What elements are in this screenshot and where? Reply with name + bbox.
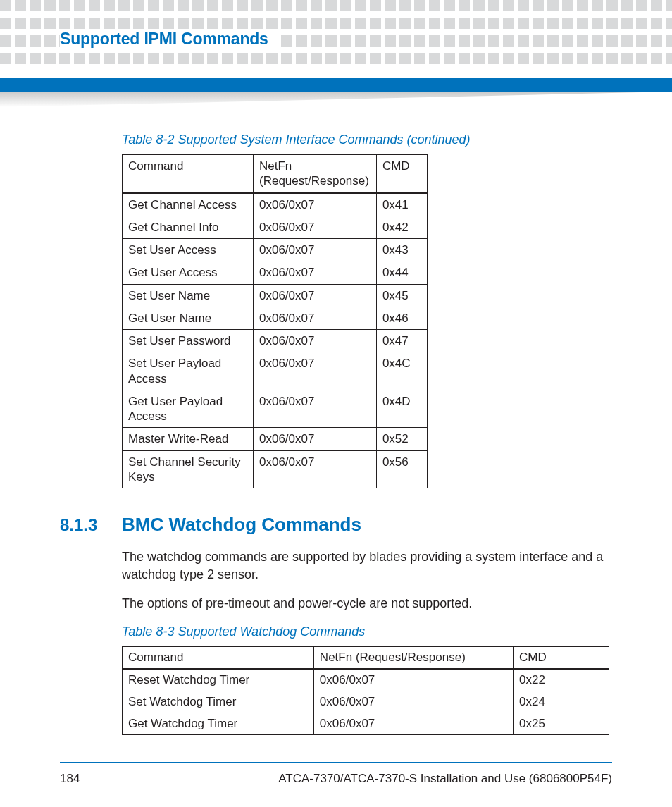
col-command: Command: [123, 155, 254, 193]
table-cell: 0x06/0x07: [254, 428, 377, 450]
table-cell: 0x43: [376, 239, 427, 261]
header-wedge: [0, 92, 672, 107]
table-cell: 0x06/0x07: [313, 691, 513, 713]
table-cell: 0x06/0x07: [254, 261, 377, 284]
document-title: ATCA-7370/ATCA-7370-S Installation and U…: [278, 772, 612, 786]
table-cell: Reset Watchdog Timer: [123, 669, 314, 691]
table-cell: Set User Name: [123, 284, 254, 307]
content-area: Table 8-2 Supported System Interface Com…: [60, 127, 612, 735]
page-header-title: Supported IPMI Commands: [60, 30, 268, 48]
table-row: Get Channel Info0x06/0x070x42: [123, 216, 428, 238]
table-header-row: Command NetFn (Request/Response) CMD: [123, 646, 609, 669]
table-row: Get User Access0x06/0x070x44: [123, 261, 428, 284]
table-cell: 0x06/0x07: [254, 216, 377, 238]
table-cell: 0x24: [514, 691, 609, 713]
table-cell: 0x47: [376, 330, 427, 352]
table-cell: Set User Password: [123, 330, 254, 352]
col-netfn: NetFn (Request/Response): [313, 646, 513, 669]
header-blue-bar: [0, 78, 672, 92]
table-row: Set User Name0x06/0x070x45: [123, 284, 428, 307]
table-cell: Get User Access: [123, 261, 254, 284]
paragraph: The options of pre-timeout and power-cyc…: [122, 595, 612, 612]
table-cell: 0x25: [514, 713, 609, 734]
table-cell: Get User Payload Access: [123, 390, 254, 428]
table-row: Set Channel Security Keys0x06/0x070x56: [123, 450, 428, 488]
footer-rule: [60, 762, 612, 763]
table-cell: 0x06/0x07: [313, 669, 513, 691]
table-cell: 0x56: [376, 450, 427, 488]
table-row: Set User Payload Access0x06/0x070x4C: [123, 352, 428, 390]
table-cell: 0x42: [376, 216, 427, 238]
col-cmd: CMD: [514, 646, 609, 669]
table-row: Set User Access0x06/0x070x43: [123, 239, 428, 261]
section-number: 8.1.3: [60, 515, 122, 535]
table-cell: Get Watchdog Timer: [123, 713, 314, 734]
table-cell: 0x06/0x07: [313, 713, 513, 734]
table-cell: 0x06/0x07: [254, 352, 377, 390]
table-8-2: Command NetFn (Request/Response) CMD Get…: [122, 154, 428, 488]
table-row: Get User Payload Access0x06/0x070x4D: [123, 390, 428, 428]
table-cell: 0x4C: [376, 352, 427, 390]
table-cell: 0x06/0x07: [254, 390, 377, 428]
table-cell: 0x44: [376, 261, 427, 284]
table-8-3: Command NetFn (Request/Response) CMD Res…: [122, 646, 609, 735]
section-title: BMC Watchdog Commands: [122, 514, 361, 536]
table-cell: 0x45: [376, 284, 427, 307]
table-cell: Get Channel Info: [123, 216, 254, 238]
table-cell: Set User Access: [123, 239, 254, 261]
table-header-row: Command NetFn (Request/Response) CMD: [123, 155, 428, 193]
table-cell: 0x22: [514, 669, 609, 691]
table-row: Get Channel Access0x06/0x070x41: [123, 193, 428, 216]
table-cell: Set Watchdog Timer: [123, 691, 314, 713]
header-title-wrap: Supported IPMI Commands: [60, 30, 281, 49]
paragraph: The watchdog commands are supported by b…: [122, 548, 612, 584]
table-cell: Master Write-Read: [123, 428, 254, 450]
table-row: Reset Watchdog Timer0x06/0x070x22: [123, 669, 609, 691]
col-command: Command: [123, 646, 314, 669]
table-cell: 0x06/0x07: [254, 239, 377, 261]
table-cell: 0x06/0x07: [254, 284, 377, 307]
table-row: Master Write-Read0x06/0x070x52: [123, 428, 428, 450]
table-cell: Get User Name: [123, 307, 254, 329]
table-8-3-caption: Table 8-3 Supported Watchdog Commands: [122, 624, 612, 639]
table-cell: Set Channel Security Keys: [123, 450, 254, 488]
table-cell: 0x06/0x07: [254, 193, 377, 216]
table-cell: 0x06/0x07: [254, 307, 377, 329]
page-number: 184: [60, 772, 80, 786]
table-row: Set User Password0x06/0x070x47: [123, 330, 428, 352]
table-cell: 0x41: [376, 193, 427, 216]
table-cell: Set User Payload Access: [123, 352, 254, 390]
col-cmd: CMD: [376, 155, 427, 193]
table-row: Get Watchdog Timer0x06/0x070x25: [123, 713, 609, 734]
table-cell: 0x06/0x07: [254, 450, 377, 488]
table-row: Get User Name0x06/0x070x46: [123, 307, 428, 329]
section-heading: 8.1.3 BMC Watchdog Commands: [60, 514, 612, 536]
footer: 184 ATCA-7370/ATCA-7370-S Installation a…: [60, 772, 612, 786]
table-cell: 0x4D: [376, 390, 427, 428]
table-row: Set Watchdog Timer0x06/0x070x24: [123, 691, 609, 713]
col-netfn: NetFn (Request/Response): [254, 155, 377, 193]
table-cell: 0x06/0x07: [254, 330, 377, 352]
table-cell: Get Channel Access: [123, 193, 254, 216]
table-cell: 0x52: [376, 428, 427, 450]
table-8-2-caption: Table 8-2 Supported System Interface Com…: [122, 133, 612, 147]
table-cell: 0x46: [376, 307, 427, 329]
